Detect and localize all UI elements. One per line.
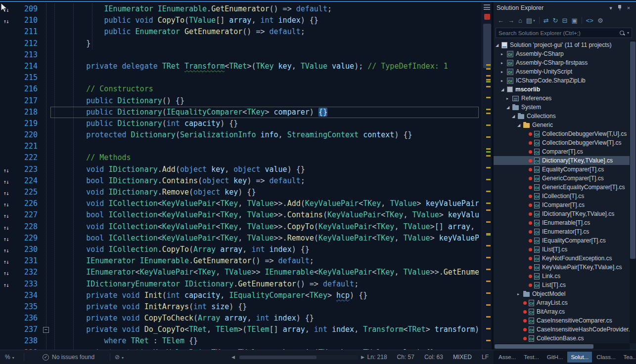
code-line[interactable]: 222 // Methods [0, 152, 482, 163]
code-line[interactable]: ↑↓228 void ICollection<KeyValuePair<TKey… [0, 221, 482, 233]
tree-expand-arrow[interactable]: ▸ [501, 52, 507, 56]
code-editor[interactable]: ↑↓209 IEnumerator IEnumerable.GetEnumera… [0, 2, 492, 350]
tree-item-caseinsensitivecomparer-cs[interactable]: CaseInsensitiveComparer.cs [494, 316, 630, 325]
search-icon[interactable] [619, 30, 625, 36]
tree-item-collectionbase-cs[interactable]: CollectionBase.cs [494, 334, 630, 343]
view-code-icon[interactable]: <> [586, 17, 593, 24]
tree-item-references[interactable]: ▸References [494, 94, 630, 103]
tree-item-iequalitycomparer-t-cs[interactable]: IEqualityComparer[T].cs [494, 236, 630, 245]
code-line[interactable]: 219 public Dictionary(int capacity) {} [0, 118, 482, 129]
panel-horizontal-scrollbar[interactable] [494, 343, 630, 350]
tree-item-dictionary-tkey-tvalue-cs[interactable]: Dictionary[TKey,TValue].cs [494, 156, 630, 165]
tree-item-genericequalitycomparer-t-cs[interactable]: GenericEqualityComparer[T].cs [494, 183, 630, 192]
tree-item-collectiondebuggerview-t-cs[interactable]: CollectionDebuggerView[T].cs [494, 138, 630, 147]
tree-item-collectiondebuggerview-t-u-cs[interactable]: CollectionDebuggerView[T,U].cs [494, 129, 630, 138]
code-line[interactable]: ↑↓226 void ICollection<KeyValuePair<TKey… [0, 198, 482, 209]
document-health-status[interactable]: No issues found [52, 350, 94, 364]
panel-tab-asse[interactable]: Asse... [495, 352, 519, 363]
pin-icon[interactable] [615, 4, 624, 12]
hscroll-right-arrow[interactable]: ▶ [361, 350, 364, 364]
status-line-ending[interactable]: LF [482, 354, 489, 361]
code-line[interactable]: 220 protected Dictionary(SerializationIn… [0, 129, 482, 141]
panel-tab-test[interactable]: Test... [520, 352, 543, 363]
panel-tab-tea[interactable]: Tea... [620, 352, 636, 363]
tree-item-list-t-cs[interactable]: List[T].cs [494, 281, 630, 289]
sync-with-active-document-icon[interactable]: ⇄ [544, 17, 549, 24]
code-line[interactable]: ↑↓229 bool ICollection<KeyValuePair<TKey… [0, 233, 482, 244]
tree-expand-arrow[interactable]: ▸ [501, 70, 507, 74]
panel-tab-solut[interactable]: Solut... [567, 352, 592, 363]
tree-item-solution-project-gui-11-of-11-projects[interactable]: ◢Solution 'project-gui' (11 of 11 projec… [494, 40, 630, 49]
code-line[interactable]: 215 [0, 72, 482, 83]
code-line[interactable]: 213 [0, 49, 482, 61]
code-line[interactable]: 235 private void InitArrays(int size) {} [0, 301, 482, 313]
code-line[interactable]: 236 private void CopyToCheck(Array array… [0, 313, 482, 324]
scrollbar-thumb[interactable] [495, 344, 593, 349]
hscroll-left-arrow[interactable]: ◀ [231, 350, 235, 364]
code-line[interactable]: 234 private void Init(int capacity, IEqu… [0, 290, 482, 301]
scrollbar-thumb[interactable] [483, 24, 491, 68]
forward-icon[interactable]: → [508, 17, 514, 24]
tree-item-equalitycomparer-t-cs[interactable]: EqualityComparer[T].cs [494, 165, 630, 174]
code-line[interactable]: ↑↓232 IEnumerator<KeyValuePair<TKey, TVa… [0, 267, 482, 278]
tree-item-collections[interactable]: ◢Collections [494, 112, 630, 121]
tree-item-objectmodel[interactable]: ▸ObjectModel [494, 289, 630, 298]
tree-item-bitarray-cs[interactable]: BitArray.cs [494, 307, 630, 316]
close-icon[interactable]: × [624, 5, 633, 11]
code-line[interactable]: 237− private void Do_CopyTo<TRet, TElem>… [0, 324, 482, 335]
status-encoding[interactable]: MIXED [453, 354, 472, 361]
suppression-state-icon[interactable]: ⊘▾ [115, 350, 124, 364]
tree-item-genericcomparer-t-cs[interactable]: GenericComparer[T].cs [494, 174, 630, 183]
panel-vertical-scrollbar[interactable] [630, 40, 636, 343]
scrollbar-thumb[interactable] [630, 41, 636, 259]
tree-item-arraylist-cs[interactable]: ArrayList.cs [494, 298, 630, 307]
tree-item-ienumerator-t-cs[interactable]: IEnumerator[T].cs [494, 227, 630, 236]
back-icon[interactable]: ← [498, 17, 504, 24]
tree-item-system[interactable]: ◢System [494, 103, 630, 112]
panel-tab-gith[interactable]: GitH... [544, 352, 567, 363]
code-line[interactable]: ↑↓231 IEnumerator IEnumerable.GetEnumera… [0, 255, 482, 267]
tree-item-ienumerable-t-cs[interactable]: IEnumerable[T].cs [494, 218, 630, 227]
tree-expand-arrow[interactable]: ▸ [506, 96, 512, 101]
code-line[interactable]: ↑↓233 IDictionaryEnumerator IDictionary.… [0, 279, 482, 290]
tree-item-caseinsensitivehashcodeprovider-cs[interactable]: CaseInsensitiveHashCodeProvider.cs [494, 325, 630, 334]
tree-collapse-arrow[interactable]: ◢ [517, 123, 523, 127]
search-input[interactable] [499, 30, 617, 36]
tree-expand-arrow[interactable]: ▸ [501, 61, 507, 65]
tree-item-icollection-t-cs[interactable]: ICollection[T].cs [494, 192, 630, 201]
tree-collapse-arrow[interactable]: ◢ [506, 105, 512, 110]
code-line[interactable]: 216 // Constructors [0, 83, 482, 95]
tree-item-icsharpcode-sharpziplib[interactable]: ▸ICSharpCode.SharpZipLib [494, 76, 630, 85]
code-line[interactable]: ↑↓210 public void CopyTo(TValue[] array,… [0, 15, 482, 26]
code-line[interactable]: ↑↓209 IEnumerator IEnumerable.GetEnumera… [0, 3, 482, 15]
tree-item-keyvaluepair-tkey-tvalue-cs[interactable]: KeyValuePair[TKey,TValue].cs [494, 263, 630, 272]
tree-item-link-cs[interactable]: Link.cs [494, 272, 630, 281]
code-line[interactable]: 211 public Enumerator GetEnumerator() =>… [0, 26, 482, 38]
panel-tab-class[interactable]: Class... [593, 352, 619, 363]
hscroll-thumb[interactable] [239, 356, 317, 359]
tree-item-generic[interactable]: ◢Generic [494, 121, 630, 129]
fold-collapse-button[interactable]: − [43, 327, 49, 333]
code-line[interactable]: ↑↓230 void ICollection.CopyTo(Array arra… [0, 244, 482, 255]
code-line[interactable]: 221 [0, 141, 482, 152]
properties-icon[interactable]: ▣ [571, 17, 577, 24]
zoom-control[interactable]: %▾ [5, 350, 14, 364]
split-editor-handle[interactable] [484, 4, 490, 10]
tree-collapse-arrow[interactable]: ◢ [496, 43, 501, 47]
refresh-icon[interactable]: ↻ [553, 17, 558, 24]
tree-item-assembly-unityscript[interactable]: ▸Assembly-UnityScript [494, 67, 630, 76]
code-line[interactable]: 238 where TRet : TElem {} [0, 335, 482, 347]
collapse-all-icon[interactable]: ⊟ [562, 17, 567, 24]
tree-expand-arrow[interactable]: ▸ [517, 292, 523, 296]
tree-item-comparer-t-cs[interactable]: Comparer[T].cs [494, 147, 630, 156]
tree-item-icomparer-t-cs[interactable]: IComparer[T].cs [494, 201, 630, 209]
tree-item-assembly-csharp-firstpass[interactable]: ▸Assembly-CSharp-firstpass [494, 58, 630, 67]
tree-item-mscorlib[interactable]: ◢mscorlib [494, 85, 630, 94]
tree-item-assembly-csharp[interactable]: ▸Assembly-CSharp [494, 49, 630, 58]
code-line[interactable]: 212 } [0, 38, 482, 49]
code-line[interactable]: ↑↓227 bool ICollection<KeyValuePair<TKey… [0, 209, 482, 221]
home-icon[interactable]: ⌂ [518, 17, 522, 24]
code-line[interactable]: ↑↓223 void IDictionary.Add(object key, o… [0, 164, 482, 175]
code-line[interactable]: ↑↓225 void IDictionary.Remove(object key… [0, 187, 482, 198]
tree-expand-arrow[interactable]: ▸ [501, 79, 507, 83]
